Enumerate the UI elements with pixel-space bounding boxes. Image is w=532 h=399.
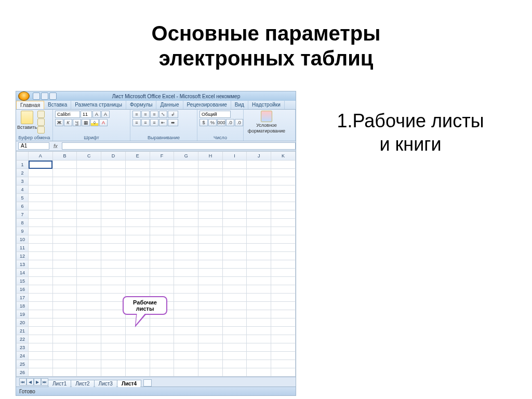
- cell[interactable]: [222, 302, 247, 310]
- cell[interactable]: [222, 202, 247, 210]
- cell[interactable]: [222, 227, 247, 235]
- indent-dec-button[interactable]: ⇤: [159, 119, 167, 126]
- cell[interactable]: [222, 318, 247, 327]
- sheet-tab[interactable]: Лист3: [94, 380, 117, 387]
- row-header[interactable]: 2: [17, 169, 29, 177]
- cell[interactable]: [271, 327, 296, 335]
- cell[interactable]: [247, 260, 271, 269]
- cell[interactable]: [150, 169, 174, 177]
- row-header[interactable]: 6: [17, 202, 29, 210]
- cell[interactable]: [29, 260, 53, 269]
- row-header[interactable]: 26: [17, 368, 29, 377]
- cell[interactable]: [198, 177, 223, 185]
- row-header[interactable]: 10: [17, 235, 29, 244]
- row-header[interactable]: 22: [17, 335, 29, 343]
- cell[interactable]: [52, 219, 77, 227]
- cell[interactable]: [125, 277, 150, 285]
- cell[interactable]: [29, 318, 53, 327]
- cell[interactable]: [77, 161, 101, 169]
- cell[interactable]: [101, 202, 126, 210]
- cell[interactable]: [247, 244, 271, 252]
- align-center-button[interactable]: ≡: [141, 119, 150, 126]
- cell[interactable]: [52, 169, 77, 177]
- cell[interactable]: [198, 219, 223, 227]
- cell[interactable]: [101, 269, 126, 277]
- font-color-button[interactable]: A: [99, 119, 108, 126]
- cell[interactable]: [247, 368, 271, 377]
- cell[interactable]: [52, 294, 77, 302]
- cell[interactable]: [150, 260, 174, 269]
- row-header[interactable]: 18: [17, 302, 29, 310]
- cell[interactable]: [198, 244, 223, 252]
- cell[interactable]: [247, 252, 271, 260]
- cell[interactable]: [150, 161, 174, 169]
- cell[interactable]: [77, 177, 101, 185]
- cell[interactable]: [101, 360, 126, 368]
- cell[interactable]: [247, 277, 271, 285]
- cell[interactable]: [101, 169, 126, 177]
- row-header[interactable]: 21: [17, 327, 29, 335]
- column-header[interactable]: E: [125, 152, 150, 161]
- grow-font-button[interactable]: A: [92, 111, 101, 118]
- cell[interactable]: [125, 368, 150, 377]
- cell[interactable]: [198, 310, 223, 318]
- sheet-nav-first[interactable]: ⏮: [19, 378, 26, 385]
- cell[interactable]: [125, 210, 150, 219]
- column-header[interactable]: D: [101, 152, 126, 161]
- cell[interactable]: [29, 161, 53, 169]
- cell[interactable]: [222, 235, 247, 244]
- cell[interactable]: [174, 269, 198, 277]
- cell[interactable]: [174, 368, 198, 377]
- cell[interactable]: [29, 269, 53, 277]
- cell[interactable]: [198, 360, 223, 368]
- cell[interactable]: [150, 185, 174, 194]
- cell[interactable]: [52, 244, 77, 252]
- shrink-font-button[interactable]: A: [101, 111, 110, 118]
- cell[interactable]: [222, 285, 247, 294]
- cell[interactable]: [222, 219, 247, 227]
- cell[interactable]: [29, 244, 53, 252]
- cell[interactable]: [198, 194, 223, 202]
- sheet-tab[interactable]: Лист1: [48, 380, 71, 387]
- cell[interactable]: [125, 285, 150, 294]
- comma-button[interactable]: 000: [217, 119, 225, 126]
- cell[interactable]: [271, 310, 296, 318]
- qat-save-icon[interactable]: [33, 92, 40, 100]
- cell[interactable]: [125, 269, 150, 277]
- cell[interactable]: [29, 294, 53, 302]
- cell[interactable]: [125, 352, 150, 360]
- cell[interactable]: [77, 235, 101, 244]
- italic-button[interactable]: К: [64, 119, 72, 126]
- cell[interactable]: [29, 210, 53, 219]
- cell[interactable]: [222, 343, 247, 352]
- cell[interactable]: [150, 318, 174, 327]
- cell[interactable]: [222, 335, 247, 343]
- tab-insert[interactable]: Вставка: [44, 101, 71, 109]
- cell[interactable]: [247, 202, 271, 210]
- border-button[interactable]: ▦: [82, 119, 90, 126]
- cell[interactable]: [150, 327, 174, 335]
- cell[interactable]: [247, 219, 271, 227]
- align-top-button[interactable]: ≡: [132, 111, 141, 118]
- row-header[interactable]: 7: [17, 210, 29, 219]
- cell[interactable]: [174, 327, 198, 335]
- cell[interactable]: [125, 327, 150, 335]
- conditional-formatting-button[interactable]: Условное форматирование: [246, 111, 287, 134]
- number-format-select[interactable]: Общий: [200, 111, 231, 118]
- cell[interactable]: [150, 244, 174, 252]
- cell[interactable]: [174, 169, 198, 177]
- tab-home[interactable]: Главная: [16, 101, 44, 109]
- name-box[interactable]: A1: [18, 142, 49, 150]
- cell[interactable]: [271, 185, 296, 194]
- fill-color-button[interactable]: ◊: [90, 119, 99, 126]
- cell[interactable]: [77, 352, 101, 360]
- cell[interactable]: [198, 285, 223, 294]
- column-header[interactable]: A: [29, 152, 53, 161]
- cell[interactable]: [52, 185, 77, 194]
- cell[interactable]: [222, 194, 247, 202]
- cell[interactable]: [247, 335, 271, 343]
- cell[interactable]: [52, 335, 77, 343]
- tab-formulas[interactable]: Формулы: [126, 101, 157, 109]
- cell[interactable]: [101, 327, 126, 335]
- cell[interactable]: [77, 310, 101, 318]
